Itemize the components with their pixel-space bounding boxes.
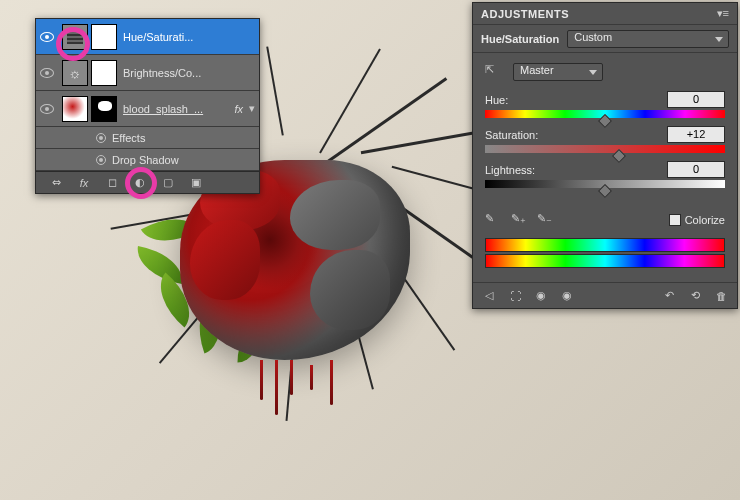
colorize-label: Colorize — [685, 214, 725, 226]
link-layers-icon[interactable]: ⇔ — [48, 176, 64, 190]
layer-name: Brightness/Co... — [123, 67, 259, 79]
adjustment-thumb-icon[interactable]: ☼ — [62, 60, 88, 86]
preset-value: Custom — [574, 31, 612, 43]
group-icon[interactable]: ▢ — [160, 176, 176, 190]
adjustments-header: ADJUSTMENTS ▾≡ — [473, 3, 737, 25]
layer-mask-thumb[interactable] — [91, 24, 117, 50]
previous-state-icon[interactable]: ↶ — [661, 288, 677, 304]
layer-mask-thumb[interactable] — [91, 96, 117, 122]
drop-shadow-row[interactable]: Drop Shadow — [36, 149, 259, 171]
hue-input[interactable]: 0 — [667, 91, 725, 108]
effects-row[interactable]: Effects — [36, 127, 259, 149]
clip-icon[interactable]: ◉ — [533, 288, 549, 304]
saturation-input[interactable]: +12 — [667, 126, 725, 143]
channel-select[interactable]: Master — [513, 63, 603, 81]
colorize-checkbox[interactable] — [669, 214, 681, 226]
hue-slider-group: Hue: 0 — [485, 91, 725, 122]
effect-visibility-icon[interactable] — [96, 133, 106, 143]
visibility-icon[interactable]: ◉ — [559, 288, 575, 304]
layer-row-hue-saturation[interactable]: Hue/Saturati... — [36, 19, 259, 55]
lightness-label: Lightness: — [485, 164, 535, 176]
back-icon[interactable]: ◁ — [481, 288, 497, 304]
spectrum-bars — [485, 238, 725, 268]
target-adjustment-icon[interactable]: ⇱ — [485, 63, 503, 81]
hue-label: Hue: — [485, 94, 508, 106]
saturation-slider[interactable] — [485, 145, 725, 157]
saturation-label: Saturation: — [485, 129, 538, 141]
effects-label: Effects — [112, 132, 145, 144]
layer-mask-thumb[interactable] — [91, 60, 117, 86]
fx-badge[interactable]: fx — [234, 103, 243, 115]
layer-name: blood_splash_... — [123, 103, 234, 115]
adjustments-panel: ADJUSTMENTS ▾≡ Hue/Saturation Custom ⇱ M… — [472, 2, 738, 309]
panel-menu-icon[interactable]: ▾≡ — [717, 7, 729, 20]
layer-row-brightness[interactable]: ☼ Brightness/Co... — [36, 55, 259, 91]
layers-footer: ⇔ fx ◻ ◐ ▢ ▣ — [36, 171, 259, 193]
layers-panel: Hue/Saturati... ☼ Brightness/Co... blood… — [35, 18, 260, 194]
trash-icon[interactable]: 🗑 — [713, 288, 729, 304]
adjustment-type-row: Hue/Saturation Custom — [473, 25, 737, 53]
layer-thumb[interactable] — [62, 96, 88, 122]
saturation-slider-group: Saturation: +12 — [485, 126, 725, 157]
eyedropper-icon[interactable]: ✎ — [485, 212, 501, 228]
lightness-input[interactable]: 0 — [667, 161, 725, 178]
lightness-slider[interactable] — [485, 180, 725, 192]
visibility-eye-icon[interactable] — [40, 32, 54, 42]
preset-select[interactable]: Custom — [567, 30, 729, 48]
expand-icon[interactable]: ⛶ — [507, 288, 523, 304]
effect-visibility-icon[interactable] — [96, 155, 106, 165]
eyedropper-subtract-icon[interactable]: ✎₋ — [537, 212, 553, 228]
colorize-option[interactable]: Colorize — [669, 214, 725, 226]
adjustments-footer: ◁ ⛶ ◉ ◉ ↶ ⟲ 🗑 — [473, 282, 737, 308]
new-layer-icon[interactable]: ▣ — [188, 176, 204, 190]
adjustment-type-label: Hue/Saturation — [481, 33, 559, 45]
layer-row-blood-splash[interactable]: blood_splash_... fx ▾ — [36, 91, 259, 127]
visibility-eye-icon[interactable] — [40, 104, 54, 114]
reset-icon[interactable]: ⟲ — [687, 288, 703, 304]
visibility-eye-icon[interactable] — [40, 68, 54, 78]
adjustments-tab[interactable]: ADJUSTMENTS — [481, 8, 569, 20]
lightness-slider-group: Lightness: 0 — [485, 161, 725, 192]
layer-fx-icon[interactable]: fx — [76, 176, 92, 190]
adjustment-layer-icon[interactable]: ◐ — [132, 176, 148, 190]
eyedropper-add-icon[interactable]: ✎₊ — [511, 212, 527, 228]
chevron-down-icon[interactable]: ▾ — [249, 102, 255, 115]
drop-shadow-label: Drop Shadow — [112, 154, 179, 166]
adjustment-thumb-icon[interactable] — [62, 24, 88, 50]
layer-mask-icon[interactable]: ◻ — [104, 176, 120, 190]
channel-value: Master — [520, 64, 554, 76]
layer-name: Hue/Saturati... — [123, 31, 259, 43]
hue-slider[interactable] — [485, 110, 725, 122]
